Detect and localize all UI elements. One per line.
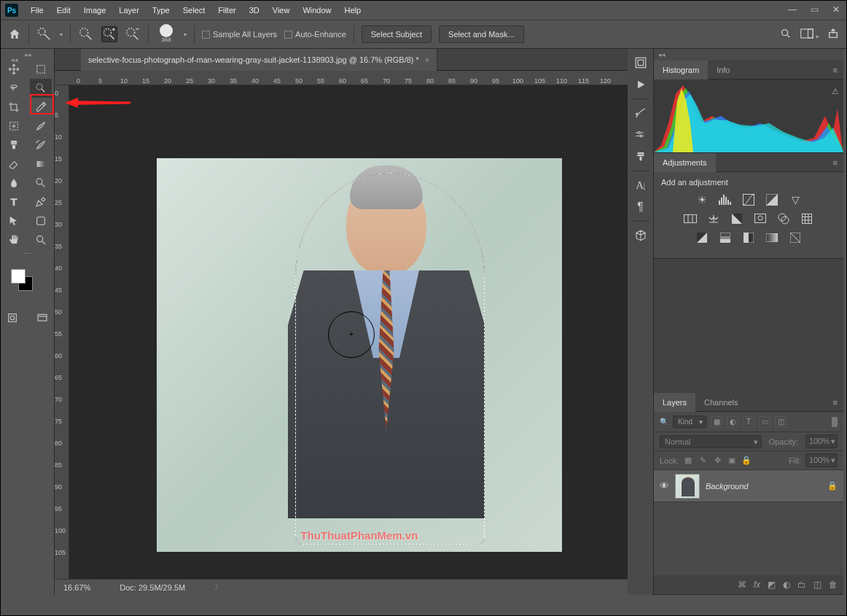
tab-adjustments[interactable]: Adjustments <box>654 153 716 172</box>
gradient-map-icon[interactable] <box>764 230 780 245</box>
3d-panel-icon[interactable] <box>631 226 651 245</box>
workspace-switcher-icon[interactable]: ▾ <box>800 28 819 40</box>
hand-tool[interactable] <box>3 230 25 249</box>
link-layers-icon[interactable]: ⌘ <box>738 580 746 590</box>
filter-smart-icon[interactable]: ◫ <box>775 416 786 428</box>
brush-settings-icon[interactable] <box>631 125 651 144</box>
screen-mode-icon[interactable] <box>31 308 53 327</box>
hue-saturation-icon[interactable] <box>682 211 698 226</box>
invert-icon[interactable] <box>694 230 710 245</box>
layer-filter-kind-dropdown[interactable]: Kind <box>673 416 706 428</box>
shape-tool[interactable] <box>30 211 52 230</box>
add-to-selection-icon[interactable] <box>101 26 117 42</box>
filter-pixel-icon[interactable]: ▦ <box>711 416 722 428</box>
black-white-icon[interactable] <box>729 211 745 226</box>
subtract-from-selection-icon[interactable] <box>125 26 141 42</box>
color-balance-icon[interactable] <box>706 211 722 226</box>
filter-toggle[interactable] <box>832 417 838 427</box>
brush-tool[interactable] <box>30 117 52 136</box>
lock-transparency-icon[interactable]: ▩ <box>683 456 693 466</box>
ruler-horizontal[interactable]: 0510152025303540455055606570758085909510… <box>55 71 628 85</box>
posterize-icon[interactable] <box>717 230 733 245</box>
histogram-warning-icon[interactable]: ⚠ <box>832 87 839 96</box>
quick-mask-icon[interactable] <box>1 308 23 327</box>
layer-locked-icon[interactable]: 🔒 <box>827 481 838 491</box>
vibrance-icon[interactable]: ▽ <box>787 192 803 207</box>
lock-artboard-icon[interactable]: ▣ <box>727 456 737 466</box>
options-collapse-icon[interactable]: ◂◂ <box>11 56 18 63</box>
canvas[interactable]: ThuThuatPhanMem.vn <box>157 158 562 552</box>
marquee-tool[interactable] <box>30 60 52 79</box>
crop-tool[interactable] <box>3 98 25 117</box>
layer-effects-icon[interactable]: fx <box>754 580 760 590</box>
fill-input[interactable]: 100% <box>805 453 838 467</box>
panels-expand-icon[interactable]: ◂◂ <box>654 49 670 61</box>
tab-channels[interactable]: Channels <box>695 393 746 412</box>
window-maximize-button[interactable]: ▭ <box>808 4 820 15</box>
menu-image[interactable]: Image <box>77 3 113 17</box>
share-icon[interactable] <box>827 28 839 41</box>
menu-edit[interactable]: Edit <box>50 3 77 17</box>
delete-layer-icon[interactable]: 🗑 <box>829 580 838 590</box>
blur-tool[interactable] <box>3 174 25 192</box>
filter-shape-icon[interactable]: ▭ <box>759 416 770 428</box>
status-arrow-icon[interactable]: 〉 <box>214 582 222 593</box>
curves-icon[interactable] <box>741 192 757 207</box>
new-layer-icon[interactable]: ◫ <box>813 580 821 590</box>
menu-view[interactable]: View <box>266 3 297 17</box>
actions-play-icon[interactable] <box>631 75 651 94</box>
menu-3d[interactable]: 3D <box>243 3 266 17</box>
gradient-tool[interactable] <box>30 155 52 174</box>
foreground-color-swatch[interactable] <box>11 269 26 284</box>
paragraph-panel-icon[interactable]: ¶ <box>631 198 651 217</box>
menu-filter[interactable]: Filter <box>211 3 242 17</box>
layer-item-background[interactable]: 👁 Background 🔒 <box>654 470 843 502</box>
history-brush-tool[interactable] <box>30 136 52 155</box>
layer-visibility-icon[interactable]: 👁 <box>660 480 669 491</box>
document-tab-close-icon[interactable]: × <box>425 55 429 64</box>
home-icon[interactable] <box>8 28 21 41</box>
dodge-tool[interactable] <box>30 174 52 192</box>
channel-mixer-icon[interactable] <box>776 211 792 226</box>
threshold-icon[interactable] <box>741 230 757 245</box>
histogram-panel-menu-icon[interactable]: ≡ <box>827 66 843 74</box>
color-lookup-icon[interactable] <box>799 211 815 226</box>
window-close-button[interactable]: ✕ <box>830 4 842 15</box>
document-size[interactable]: Doc: 29.5M/29.5M <box>120 583 185 592</box>
window-minimize-button[interactable]: — <box>786 4 798 15</box>
canvas-area[interactable]: ThuThuatPhanMem.vn <box>69 85 628 579</box>
clone-stamp-tool[interactable] <box>3 136 25 155</box>
sample-all-layers-checkbox[interactable]: Sample All Layers <box>202 30 277 39</box>
lock-image-icon[interactable]: ✎ <box>698 456 708 466</box>
path-selection-tool[interactable] <box>3 211 25 230</box>
exposure-icon[interactable] <box>764 192 780 207</box>
tab-histogram[interactable]: Histogram <box>654 61 708 79</box>
selective-color-icon[interactable] <box>787 230 803 245</box>
brightness-contrast-icon[interactable]: ☀ <box>694 192 710 207</box>
menu-select[interactable]: Select <box>176 3 212 17</box>
filter-adjustment-icon[interactable]: ◐ <box>727 416 738 428</box>
layers-panel-menu-icon[interactable]: ≡ <box>827 398 843 407</box>
history-panel-icon[interactable] <box>631 53 651 72</box>
lasso-tool[interactable] <box>3 79 25 98</box>
menu-file[interactable]: File <box>24 3 50 17</box>
menu-layer[interactable]: Layer <box>112 3 146 17</box>
quick-select-icon[interactable] <box>36 26 52 42</box>
menu-type[interactable]: Type <box>146 3 176 17</box>
pen-tool[interactable] <box>30 192 52 211</box>
healing-brush-tool[interactable] <box>3 117 25 136</box>
filter-type-icon[interactable]: T <box>743 416 754 428</box>
new-adjustment-layer-icon[interactable]: ◐ <box>783 580 790 590</box>
add-mask-icon[interactable]: ◩ <box>768 580 776 590</box>
layer-thumbnail[interactable] <box>675 474 700 499</box>
zoom-tool[interactable] <box>30 230 52 249</box>
brush-preview[interactable]: 368 <box>156 24 176 44</box>
menu-window[interactable]: Window <box>296 3 337 17</box>
clone-source-icon[interactable] <box>631 147 651 166</box>
new-selection-icon[interactable] <box>78 26 94 42</box>
layer-name[interactable]: Background <box>706 482 749 491</box>
menu-help[interactable]: Help <box>338 3 368 17</box>
blend-mode-dropdown[interactable]: Normal <box>660 435 762 448</box>
select-subject-button[interactable]: Select Subject <box>362 26 432 43</box>
tab-info[interactable]: Info <box>708 61 738 79</box>
